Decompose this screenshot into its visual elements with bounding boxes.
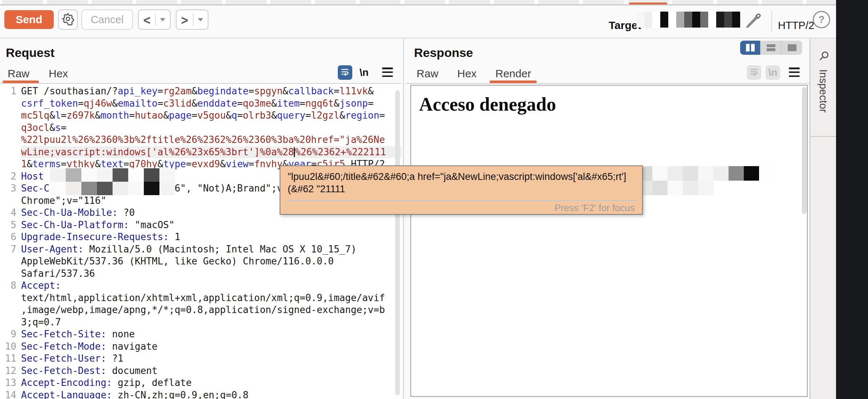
- repeater-tab-strip[interactable]: [0, 0, 836, 5]
- line-number: [0, 255, 21, 268]
- repeater-tab[interactable]: [404, 0, 445, 5]
- response-render-view: Acceso denegado You don't have permissio…: [410, 85, 808, 397]
- repeater-tab[interactable]: [92, 0, 133, 5]
- line-number: 1: [0, 85, 21, 98]
- repeater-tab[interactable]: [494, 0, 535, 5]
- send-settings-button[interactable]: [58, 9, 78, 30]
- editor-row[interactable]: 9Sec-Fetch-Site: none: [0, 328, 401, 341]
- tab-request-hex[interactable]: Hex: [49, 67, 68, 80]
- repeater-tab[interactable]: [449, 0, 490, 5]
- editor-row[interactable]: 1GET /southasian/?api_key=rg2am&begindat…: [0, 85, 401, 98]
- editor-row[interactable]: 10Sec-Fetch-Mode: navigate: [0, 341, 401, 353]
- repeater-tab[interactable]: [226, 0, 267, 5]
- toolbar-divider: [771, 11, 772, 32]
- repeater-tab[interactable]: [538, 0, 579, 5]
- tab-response-render[interactable]: Render: [495, 67, 531, 80]
- line-number: [0, 134, 21, 146]
- tooltip-line: "lpuu2l&#60;/title&#62&#60;a href="ja&Ne…: [288, 170, 635, 183]
- newline-toggle[interactable]: \n: [360, 67, 369, 78]
- editor-row[interactable]: ,image/webp,image/apng,*/*;q=0.8,applica…: [0, 304, 401, 316]
- help-icon[interactable]: ?: [813, 11, 830, 28]
- editor-row[interactable]: text/html,application/xhtml+xml,applicat…: [0, 292, 401, 304]
- prev-response-button[interactable]: <: [138, 9, 171, 30]
- response-menu-button[interactable]: [789, 67, 800, 77]
- line-number: 13: [0, 377, 21, 389]
- cancel-button[interactable]: Cancel: [81, 9, 133, 30]
- layout-columns-button[interactable]: [740, 41, 761, 55]
- line-number: [0, 122, 21, 134]
- chevron-left-icon: <: [143, 12, 151, 28]
- request-editor[interactable]: 1GET /southasian/?api_key=rg2am&begindat…: [0, 84, 401, 399]
- line-number: [0, 292, 21, 304]
- line-number: 3: [0, 182, 21, 195]
- toolbar: Send Cancel < > Target: [0, 7, 836, 38]
- line-number: 14: [0, 389, 21, 399]
- tooltip-divider: [285, 200, 637, 201]
- word-wrap-icon: [749, 67, 759, 78]
- request-menu-button[interactable]: [382, 67, 393, 77]
- editor-row[interactable]: 11Sec-Fetch-User: ?1: [0, 353, 401, 365]
- repeater-tab[interactable]: [762, 0, 803, 5]
- protocol-label: HTTP/2: [778, 16, 814, 35]
- repeater-tab[interactable]: [360, 0, 401, 5]
- repeater-tab[interactable]: [806, 0, 836, 5]
- dropdown-arrow-icon[interactable]: [160, 18, 165, 21]
- line-number: 9: [0, 328, 21, 341]
- editor-row[interactable]: 8Accept:: [0, 280, 401, 292]
- line-number: 11: [0, 353, 21, 365]
- editor-row[interactable]: AppleWebKit/537.36 (KHTML, like Gecko) C…: [0, 255, 401, 268]
- layout-switcher: [740, 41, 802, 55]
- edit-target-icon[interactable]: [743, 11, 762, 31]
- editor-row[interactable]: wLine;vascript:windows['al%26%23x65%3brt…: [0, 146, 401, 159]
- selected-tab-underline: [3, 81, 39, 83]
- render-heading: Acceso denegado: [419, 94, 556, 115]
- inspector-tab[interactable]: Inspector: [810, 39, 836, 137]
- response-scrollbar[interactable]: [802, 87, 807, 214]
- next-response-button[interactable]: >: [176, 9, 208, 30]
- layout-single-button[interactable]: [782, 41, 802, 55]
- editor-row[interactable]: 6Upgrade-Insecure-Requests: 1: [0, 231, 401, 243]
- inspector-sidebar: Inspector: [810, 39, 836, 399]
- editor-row[interactable]: 5Sec-Ch-Ua-Platform: "macOS": [0, 219, 401, 231]
- selected-tab-underline: [490, 81, 537, 83]
- repeater-tab[interactable]: [717, 0, 758, 5]
- editor-row[interactable]: 14Accept-Language: zh-CN,zh;q=0.9,en;q=0…: [0, 389, 401, 399]
- dropdown-arrow-icon[interactable]: [198, 18, 203, 21]
- repeater-tab[interactable]: [315, 0, 356, 5]
- request-scrollbar[interactable]: [395, 90, 400, 395]
- editor-row[interactable]: csrf_token=qj46w&emailto=c3lid&enddate=q…: [0, 98, 401, 110]
- line-number: 5: [0, 219, 21, 231]
- editor-row[interactable]: 12Sec-Fetch-Dest: document: [0, 365, 401, 377]
- repeater-tab[interactable]: [628, 0, 669, 5]
- repeater-tab[interactable]: [2, 0, 43, 5]
- line-number: [0, 146, 21, 159]
- repeater-tab[interactable]: [181, 0, 222, 5]
- repeater-tab[interactable]: [583, 0, 624, 5]
- line-number: 2: [0, 170, 21, 183]
- editor-row[interactable]: q3ocl&s=: [0, 122, 401, 134]
- repeater-tab[interactable]: [47, 0, 88, 5]
- repeater-tab[interactable]: [672, 0, 713, 5]
- word-wrap-toggle-disabled: [747, 65, 761, 80]
- gear-icon: [61, 12, 74, 27]
- editor-row[interactable]: 3;q=0.7: [0, 316, 401, 329]
- target-value-redacted: [636, 12, 740, 28]
- word-wrap-toggle[interactable]: [338, 65, 352, 80]
- tab-response-hex[interactable]: Hex: [457, 67, 476, 80]
- inspector-label: Inspector: [817, 69, 829, 112]
- line-number: 6: [0, 231, 21, 243]
- editor-row[interactable]: Safari/537.36: [0, 268, 401, 280]
- tab-request-raw[interactable]: Raw: [8, 67, 29, 80]
- line-number: 7: [0, 243, 21, 256]
- editor-row[interactable]: 13Accept-Encoding: gzip, deflate: [0, 377, 401, 389]
- line-number: 10: [0, 341, 21, 353]
- repeater-tab[interactable]: [136, 0, 177, 5]
- layout-rows-button[interactable]: [761, 41, 782, 55]
- tab-response-raw[interactable]: Raw: [417, 67, 438, 80]
- editor-row[interactable]: mc5lq&l=z697k&month=hutao&page=v5gou&q=o…: [0, 110, 401, 122]
- send-button[interactable]: Send: [4, 10, 54, 29]
- editor-row[interactable]: 7User-Agent: Mozilla/5.0 (Macintosh; Int…: [0, 243, 401, 256]
- editor-row[interactable]: %22lpuu2l%26%2360%3b%2ftitle%26%2362%26%…: [0, 134, 401, 146]
- repeater-tab[interactable]: [270, 0, 311, 5]
- panel-splitter[interactable]: [401, 39, 406, 399]
